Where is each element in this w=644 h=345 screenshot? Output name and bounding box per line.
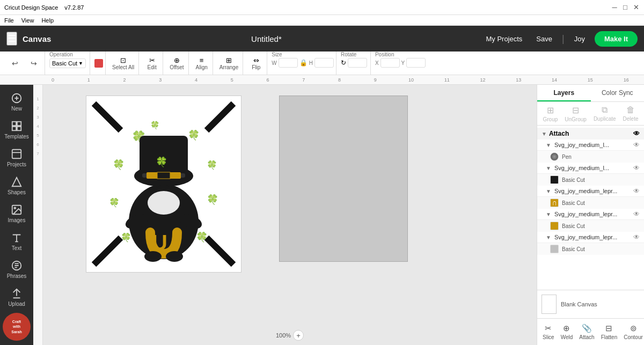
flip-btn[interactable]: ⇔ Flip <box>247 55 265 71</box>
svg-rect-31 <box>157 172 170 179</box>
ungroup-btn[interactable]: ⊟ UnGroup <box>561 103 590 124</box>
pos-y-input[interactable] <box>406 58 426 68</box>
contour-btn[interactable]: ⊚ Contour <box>620 321 644 342</box>
blank-canvas-thumb <box>541 295 557 314</box>
group-btn[interactable]: ⊞ Group <box>540 103 561 124</box>
sidebar-item-projects[interactable]: Projects <box>2 145 31 171</box>
svg-rect-7 <box>12 150 21 159</box>
svg-point-37 <box>144 251 162 262</box>
minimize-btn[interactable]: ─ <box>611 4 618 11</box>
pos-x-input[interactable] <box>380 58 400 68</box>
ungroup-label: UnGroup <box>565 116 587 122</box>
svg-line-14 <box>94 238 121 265</box>
attach-btn[interactable]: 📎 Attach <box>576 321 597 342</box>
user-btn[interactable]: Joy <box>570 33 589 45</box>
svg-text:🍀: 🍀 <box>150 121 160 130</box>
attach-group-visibility[interactable]: 👁 <box>633 130 640 137</box>
layer5-visibility[interactable]: 👁 <box>633 233 640 241</box>
sidebar-item-images[interactable]: Images <box>2 201 31 226</box>
layer-row-5[interactable]: ▼ Svg_joy_medium_lepr... 👁 <box>537 232 644 243</box>
project-title: Untitled* <box>57 34 475 43</box>
layer4-name: Svg_joy_medium_lepr... <box>554 211 630 217</box>
layer-row-4[interactable]: ▼ Svg_joy_medium_lepr... 👁 <box>537 209 644 220</box>
svg-rect-4 <box>17 122 21 126</box>
layer1-name: Svg_joy_medium_l... <box>554 142 630 148</box>
sidebar-brand[interactable]: CraftwithSarah <box>3 313 31 341</box>
canvas-area[interactable]: 🍀 🍀 🍀 🍀 🍀 🍀 🍀 🍀 🍀 <box>43 85 537 345</box>
size-h-input[interactable] <box>314 58 334 68</box>
undo-icon: ↩ <box>12 59 18 68</box>
flatten-btn[interactable]: ⊟ Flatten <box>598 321 621 342</box>
attach-group-label: Attach <box>549 130 569 137</box>
delete-btn[interactable]: 🗑 Delete <box>620 103 642 124</box>
toolbar-color <box>92 52 106 75</box>
slice-btn[interactable]: ✂ Slice <box>539 321 558 342</box>
ungroup-icon: ⊟ <box>572 105 579 115</box>
menu-file[interactable]: File <box>4 17 14 24</box>
rotate-icon: ↻ <box>341 59 346 67</box>
align-btn[interactable]: ≡ Align <box>193 55 210 71</box>
maximize-btn[interactable]: □ <box>621 4 629 11</box>
color-swatch[interactable] <box>94 59 103 68</box>
sidebar-templates-label: Templates <box>4 134 29 140</box>
redo-btn[interactable]: ↪ <box>25 58 42 69</box>
layer5-op: Basic Cut <box>562 246 640 252</box>
lock-icon[interactable]: 🔒 <box>299 59 308 67</box>
hamburger-menu-btn[interactable]: ☰ <box>6 32 17 46</box>
zoom-in-btn[interactable]: + <box>293 330 304 341</box>
layer4-thumb <box>550 222 559 230</box>
ruler-mark-13: 13 <box>501 77 537 83</box>
attach-icon: 📎 <box>582 324 592 333</box>
size-w-input[interactable] <box>279 58 298 68</box>
layer-row-3[interactable]: ▼ Svg_joy_medium_lepr... 👁 <box>537 186 644 197</box>
attach-group-header[interactable]: ▼ Attach 👁 <box>537 128 644 140</box>
shapes-icon <box>11 176 23 188</box>
operation-label: Operation <box>49 52 73 57</box>
my-projects-btn[interactable]: My Projects <box>481 33 526 45</box>
layer-row-2[interactable]: ▼ Svg_joy_medium_l... 👁 <box>537 163 644 174</box>
save-btn[interactable]: Save <box>532 33 557 45</box>
tab-layers[interactable]: Layers <box>537 85 591 101</box>
layer4-visibility[interactable]: 👁 <box>633 210 640 218</box>
sidebar-item-text[interactable]: Text <box>2 229 31 254</box>
close-btn[interactable]: ✕ <box>632 4 640 11</box>
weld-icon: ⊕ <box>563 324 570 333</box>
delete-label: Delete <box>623 116 639 122</box>
sidebar-item-phrases[interactable]: Phrases <box>2 256 31 282</box>
projects-icon <box>11 148 23 160</box>
layer4-sub-row: Basic Cut <box>537 220 644 232</box>
layer1-visibility[interactable]: 👁 <box>633 141 640 149</box>
operation-dropdown[interactable]: Basic Cut ▼ <box>49 58 86 68</box>
sidebar-item-upload[interactable]: Upload <box>2 284 31 310</box>
menu-help[interactable]: Help <box>41 17 54 24</box>
rotate-input[interactable] <box>348 58 367 68</box>
sidebar-item-new[interactable]: New <box>2 89 31 115</box>
canvas-label: Canvas <box>23 34 51 43</box>
sidebar-item-shapes[interactable]: Shapes <box>2 173 31 199</box>
layer2-sub-row: Basic Cut <box>537 174 644 186</box>
ruler-vertical: 1 2 3 4 5 6 7 <box>33 85 43 345</box>
arrange-btn[interactable]: ⊞ Arrange <box>217 55 241 71</box>
layers-list[interactable]: ▼ Attach 👁 ▼ Svg_joy_medium_l... 👁 Pen ▼… <box>537 126 644 290</box>
select-all-btn[interactable]: ⊡ Select All <box>110 55 136 71</box>
layer1-thumb <box>550 152 559 161</box>
canvas-with-ruler: 1 2 3 4 5 6 7 <box>33 85 537 345</box>
offset-btn[interactable]: ⊕ Offset <box>167 55 186 71</box>
ruler-mark-12: 12 <box>465 77 501 83</box>
sidebar-item-templates[interactable]: Templates <box>2 117 31 143</box>
undo-btn[interactable]: ↩ <box>6 58 24 69</box>
toolbar-size-group: Size W 🔒 H <box>269 52 336 75</box>
gnome-svg: 🍀 🍀 🍀 🍀 🍀 🍀 🍀 🍀 🍀 <box>89 98 239 270</box>
tab-color-sync[interactable]: Color Sync <box>591 85 645 101</box>
make-it-btn[interactable]: Make It <box>595 31 638 47</box>
edit-btn[interactable]: ✂ Edit <box>143 55 160 71</box>
layer3-visibility[interactable]: 👁 <box>633 187 640 195</box>
duplicate-btn[interactable]: ⧉ Duplicate <box>590 103 619 124</box>
layer2-visibility[interactable]: 👁 <box>633 164 640 172</box>
menu-view[interactable]: View <box>21 17 34 24</box>
layer-row-1[interactable]: ▼ Svg_joy_medium_l... 👁 <box>537 140 644 151</box>
weld-btn[interactable]: ⊕ Weld <box>558 321 576 342</box>
group-icon: ⊞ <box>547 105 554 115</box>
mat-area <box>279 96 408 262</box>
layer3-name: Svg_joy_medium_lepr... <box>554 188 630 194</box>
